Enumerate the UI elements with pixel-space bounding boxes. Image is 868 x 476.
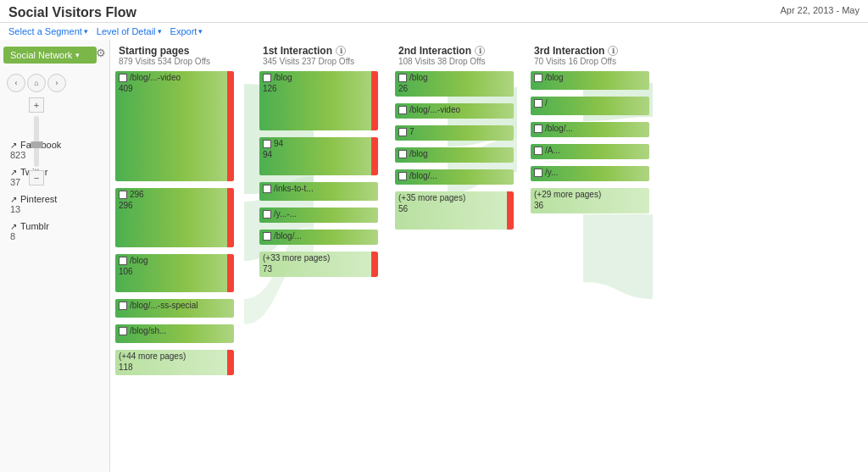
source-item-pinterest[interactable]: ↗ Pinterest 13: [10, 194, 106, 214]
source-count: 13: [10, 204, 106, 214]
drop-off-indicator: [227, 254, 234, 292]
node-count: 73: [263, 264, 375, 274]
page-icon: [119, 257, 127, 265]
node-label: /blog: [274, 73, 292, 82]
starting-title: Starting pages: [119, 45, 249, 57]
node-label: (+44 more pages): [119, 351, 186, 361]
zoom-handle[interactable]: [31, 141, 42, 148]
source-name-label: Tumblr: [20, 221, 49, 231]
page-icon: [263, 210, 271, 219]
first-column: 1st Interaction ℹ 345 Visits 237 Drop Of…: [254, 45, 390, 467]
node-label: (+29 more pages): [534, 190, 601, 199]
node-third-5[interactable]: (+29 more pages)36: [531, 188, 656, 213]
node-label: /blog/...-video: [409, 105, 460, 114]
node-count: 126: [263, 84, 375, 93]
node-count: 106: [119, 267, 231, 276]
node-label: /blog/...-video: [130, 73, 181, 82]
node-first-1[interactable]: 9494: [259, 137, 385, 175]
page-icon: [263, 185, 271, 193]
node-starting-4[interactable]: /blog/sh...: [115, 324, 249, 343]
node-third-3[interactable]: /A...: [531, 144, 656, 159]
gear-icon[interactable]: ⚙: [96, 47, 106, 59]
node-label: /blog/...-ss-special: [130, 301, 198, 310]
page-icon: [119, 327, 127, 335]
node-count: 26: [398, 84, 510, 93]
third-title: 3rd Interaction ℹ: [534, 45, 656, 57]
export-button[interactable]: Export: [170, 26, 203, 36]
node-label: /blog: [409, 73, 428, 82]
source-count: 8: [10, 231, 106, 241]
segment-selector[interactable]: Select a Segment: [8, 26, 88, 36]
drop-off-indicator: [371, 71, 378, 130]
page-icon: [119, 302, 127, 310]
node-count: 94: [263, 150, 375, 159]
node-second-3[interactable]: /blog: [395, 147, 520, 163]
page-icon: [534, 99, 542, 108]
detail-selector[interactable]: Level of Detail: [97, 26, 162, 36]
node-count: 118: [119, 363, 231, 372]
node-starting-5[interactable]: (+44 more pages)118: [115, 350, 249, 375]
node-label: /blog: [409, 149, 428, 158]
zoom-out[interactable]: −: [29, 170, 44, 185]
node-second-2[interactable]: 7: [395, 125, 520, 141]
page-icon: [398, 172, 407, 180]
node-label: /blog: [130, 256, 148, 265]
zoom-slider[interactable]: [34, 116, 39, 167]
page-icon: [119, 191, 127, 199]
third-info: 70 Visits 16 Drop Offs: [534, 57, 656, 66]
node-count: 36: [534, 201, 646, 210]
node-second-5[interactable]: (+35 more pages)56: [395, 191, 520, 230]
page-icon: [398, 128, 407, 136]
node-second-1[interactable]: /blog/...-video: [395, 103, 520, 119]
starting-info: 879 Visits 534 Drop Offs: [119, 57, 249, 66]
first-info: 345 Visits 237 Drop Offs: [263, 57, 385, 66]
node-label: /blog/...: [274, 231, 302, 241]
page-icon: [398, 150, 407, 158]
source-name-label: Pinterest: [20, 194, 57, 204]
node-third-4[interactable]: /y...: [531, 166, 656, 181]
nav-back[interactable]: ‹: [7, 74, 25, 92]
node-third-0[interactable]: /blog: [531, 71, 656, 90]
node-first-4[interactable]: /blog/...: [259, 230, 385, 245]
nav-forward[interactable]: ›: [47, 74, 66, 92]
page-icon: [398, 74, 407, 82]
node-label: 94: [274, 139, 283, 148]
node-count: 409: [119, 84, 231, 93]
node-first-5[interactable]: (+33 more pages)73: [259, 252, 385, 277]
node-label: 7: [409, 127, 415, 136]
node-third-1[interactable]: /: [531, 97, 656, 115]
node-third-2[interactable]: /blog/...: [531, 122, 656, 137]
source-item-tumblr[interactable]: ↗ Tumblr 8: [10, 221, 106, 241]
node-second-4[interactable]: /blog/...: [395, 169, 520, 185]
node-label: /A...: [545, 146, 560, 155]
node-starting-0[interactable]: /blog/...-video409: [115, 71, 249, 181]
node-second-0[interactable]: /blog26: [395, 71, 520, 97]
first-info-icon[interactable]: ℹ: [336, 46, 346, 56]
second-column: 2nd Interaction ℹ 108 Visits 38 Drop Off…: [390, 45, 526, 467]
page-icon: [398, 106, 407, 114]
node-label: /inks-to-t...: [274, 184, 314, 193]
node-first-0[interactable]: /blog126: [259, 71, 385, 130]
zoom-in[interactable]: +: [29, 97, 44, 113]
node-first-2[interactable]: /inks-to-t...: [259, 182, 385, 201]
node-label: /y...-...: [274, 209, 297, 219]
page-icon: [263, 140, 271, 148]
node-label: /blog: [545, 73, 564, 82]
social-network-button[interactable]: Social Network: [3, 47, 97, 64]
node-starting-3[interactable]: /blog/...-ss-special: [115, 299, 249, 318]
page-icon: [534, 147, 542, 155]
third-info-icon[interactable]: ℹ: [608, 46, 618, 56]
node-starting-2[interactable]: /blog106: [115, 254, 249, 292]
drop-off-indicator: [371, 137, 378, 175]
node-count: 56: [398, 204, 510, 213]
nav-home[interactable]: ⌂: [27, 74, 46, 92]
second-info-icon[interactable]: ℹ: [475, 46, 485, 56]
page-icon: [119, 74, 127, 82]
drop-off-indicator: [227, 71, 234, 181]
node-first-3[interactable]: /y...-...: [259, 208, 385, 223]
node-starting-1[interactable]: 296296: [115, 188, 249, 247]
second-info: 108 Visits 38 Drop Offs: [398, 57, 520, 66]
page-icon: [263, 74, 271, 82]
node-label: (+35 more pages): [398, 193, 465, 202]
first-title: 1st Interaction ℹ: [263, 45, 385, 57]
